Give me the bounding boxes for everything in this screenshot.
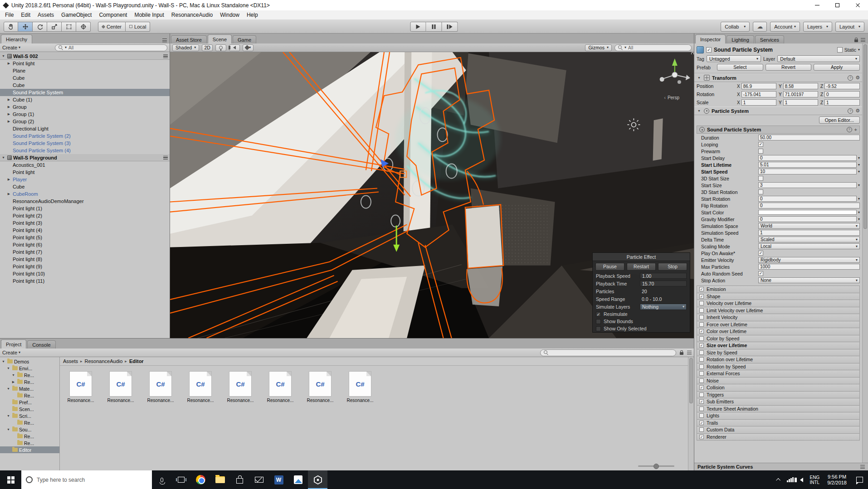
emitter-velocity-dropdown[interactable]: Rigidbody▾ [758,257,860,263]
taskbar-search-input[interactable]: Type here to search [21,470,152,489]
project-folder[interactable]: ▼Sou... [0,426,59,433]
pivot-mode-button[interactable]: Center [98,22,126,32]
chrome-taskbar-button[interactable] [191,470,210,489]
project-asset[interactable]: C#Resonance... [66,371,95,403]
module-checkbox[interactable] [699,329,704,334]
start-delay-field[interactable]: 0 [758,155,857,161]
transform-tool-button[interactable] [76,22,91,32]
tab-scene[interactable]: Scene [208,34,232,44]
scene-options-icon[interactable] [163,54,168,58]
hierarchy-item[interactable]: ResonanceAudioDemoManager [0,198,170,205]
persp-indicator[interactable]: ‹Persp [664,95,679,100]
start-lifetime-field[interactable]: 5.01 [758,162,857,168]
menu-file[interactable]: File [1,11,17,19]
module-checkbox[interactable] [699,407,704,411]
chevron-down-icon[interactable]: ▾ [858,197,860,201]
microphone-button[interactable] [152,470,171,489]
hierarchy-item[interactable]: Acoustics_001 [0,161,170,169]
particle-system-curves-bar[interactable]: Particle System Curves [694,463,868,470]
mail-taskbar-button[interactable] [249,470,269,489]
word-taskbar-button[interactable]: W [269,470,288,489]
scale-y-field[interactable]: 1 [783,99,818,106]
hierarchy-item[interactable]: Point light (7) [0,248,170,256]
module-size-over-lifetime[interactable]: Size over Lifetime [697,342,859,349]
panel-menu-icon[interactable] [861,38,865,42]
tab-console[interactable]: Console [27,340,55,349]
minimize-button[interactable] [807,0,827,10]
module-checkbox[interactable] [699,385,704,390]
maximize-button[interactable] [827,0,848,10]
module-rotation-over-lifetime[interactable]: Rotation over Lifetime [697,356,859,363]
start-rotation-field[interactable]: 0 [758,196,857,202]
module-checkbox[interactable] [699,364,704,369]
hierarchy-item[interactable]: ▶Group (1) [0,111,170,118]
hierarchy-item[interactable]: ▶Player [0,176,170,183]
module-color-by-speed[interactable]: Color by Speed [697,335,859,343]
inspector-scrollbar[interactable] [862,44,868,463]
module-texture-sheet-animation[interactable]: Texture Sheet Animation [697,406,859,413]
project-asset[interactable]: C#Resonance... [226,371,255,403]
clock[interactable]: 9:56 PM 9/2/2018 [823,474,851,486]
module-velocity-over-lifetime[interactable]: Velocity over Lifetime [697,300,859,307]
expander-icon[interactable]: ▶ [6,120,11,123]
module-checkbox[interactable] [699,392,704,397]
hierarchy-item[interactable]: Point light (9) [0,263,170,270]
hierarchy-item[interactable]: Point light (11) [0,277,170,285]
hierarchy-create-button[interactable]: Create▾ [2,45,20,50]
project-scrollbar[interactable] [688,357,694,470]
foldout-icon[interactable]: ▼ [697,109,702,112]
expander-icon[interactable]: ▶ [6,105,11,109]
breadcrumb-item[interactable]: ResonanceAudio [85,358,123,364]
module-collision[interactable]: Collision [697,384,859,392]
lock-icon[interactable] [854,39,858,42]
expander-icon[interactable]: ▼ [6,367,11,370]
project-folder[interactable]: Pref... [0,399,59,406]
hierarchy-item[interactable]: Point light (4) [0,227,170,234]
checkbox-icon[interactable] [596,326,601,331]
project-asset[interactable]: C#Resonance... [266,371,295,403]
menu-component[interactable]: Component [95,11,131,19]
chevron-down-icon[interactable]: ▾ [858,163,860,167]
hierarchy-item[interactable]: Sound Particle System [0,89,170,96]
checkbox-icon[interactable] [596,319,601,324]
module-rotation-by-speed[interactable]: Rotation by Speed [697,363,859,371]
module-checkbox[interactable] [699,294,704,299]
hierarchy-item[interactable]: Sound Particle System (2) [0,132,170,140]
tab-inspector[interactable]: Inspector [695,34,726,44]
hierarchy-item[interactable]: Plane [0,67,170,74]
module-checkbox[interactable] [699,336,704,341]
tag-dropdown[interactable]: Untagged▾ [707,55,761,62]
gizmos-dropdown[interactable]: Gizmos▾ [585,44,612,51]
project-folder[interactable]: ▼Scri... [0,412,59,419]
menu-window[interactable]: Window [216,11,243,19]
step-button[interactable] [442,22,458,32]
module-checkbox[interactable] [699,371,704,376]
position-x-field[interactable]: 86.9 [741,83,776,89]
chevron-down-icon[interactable]: ▾ [858,48,860,52]
breadcrumb-item[interactable]: Editor [129,358,144,364]
3d-start-size-checkbox[interactable] [758,176,763,181]
hierarchy-scene-header[interactable]: ▼Wall-S Playground [0,154,170,161]
open-editor-button[interactable]: Open Editor... [819,116,860,124]
expander-icon[interactable]: ▶ [11,380,16,384]
static-checkbox[interactable] [837,47,843,53]
module-checkbox[interactable] [699,350,704,355]
task-view-button[interactable] [171,470,191,489]
expander-icon[interactable]: ▶ [6,98,11,102]
scene-lighting-toggle[interactable] [215,44,226,51]
store-taskbar-button[interactable] [230,470,249,489]
rotation-x-field[interactable]: -175.041 [741,91,776,97]
flip-rotation-field[interactable]: 0 [758,203,860,208]
module-noise[interactable]: Noise [697,378,859,385]
stop-action-dropdown[interactable]: None▾ [758,277,860,283]
3d-start-rotation-checkbox[interactable] [758,189,763,194]
plus-icon[interactable]: + [854,127,857,132]
help-icon[interactable] [848,75,853,81]
project-folder[interactable]: ▼Demos [0,358,59,365]
project-folder[interactable]: ▼Re... [0,372,59,378]
duration-field[interactable]: 50.00 [758,135,860,140]
project-folder[interactable]: Re... [0,419,59,426]
project-asset[interactable]: C#Resonance... [186,371,215,403]
expander-icon[interactable]: ▼ [6,387,11,390]
playback-speed-value[interactable]: 1.00 [640,273,687,279]
